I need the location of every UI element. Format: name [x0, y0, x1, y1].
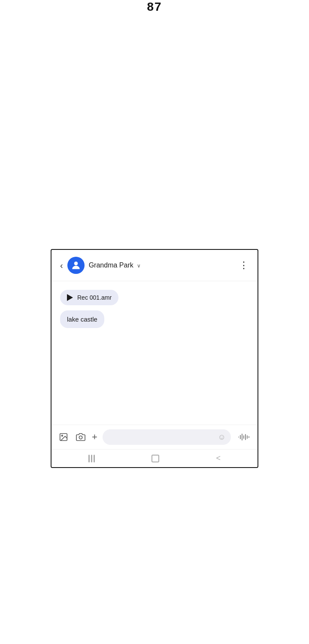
back-button[interactable]: ‹	[60, 261, 63, 270]
recent-apps-button[interactable]	[88, 455, 95, 462]
chat-body: Rec 001.amr lake castle	[52, 281, 258, 425]
home-button[interactable]	[151, 455, 159, 462]
emoji-button[interactable]: ☺	[218, 433, 226, 442]
svg-point-3	[79, 436, 82, 439]
audio-wave-button[interactable]	[236, 431, 251, 443]
plus-button[interactable]: +	[92, 432, 97, 442]
camera-button[interactable]	[75, 431, 87, 443]
avatar	[67, 257, 85, 274]
play-icon[interactable]	[67, 294, 73, 301]
chevron-down-icon[interactable]: ∨	[137, 263, 141, 269]
nav-bar: <	[52, 449, 258, 467]
input-bar: + ☺	[52, 425, 258, 449]
voice-message-bubble[interactable]: Rec 001.amr	[60, 290, 118, 305]
back-nav-button[interactable]: <	[216, 454, 221, 463]
more-options-button[interactable]: ⋮	[239, 260, 249, 271]
gallery-button[interactable]	[58, 431, 70, 443]
svg-point-2	[61, 435, 63, 436]
message-input[interactable]: ☺	[103, 429, 231, 445]
text-message-bubble: lake castle	[60, 310, 104, 328]
contact-name: Grandma Park ∨	[89, 261, 239, 269]
top-number: 87	[147, 0, 162, 14]
svg-point-0	[74, 261, 78, 265]
voice-filename: Rec 001.amr	[77, 294, 112, 301]
phone-card: ‹ Grandma Park ∨ ⋮ Rec 001.amr lake cast…	[51, 249, 258, 468]
chat-header: ‹ Grandma Park ∨ ⋮	[52, 250, 258, 281]
